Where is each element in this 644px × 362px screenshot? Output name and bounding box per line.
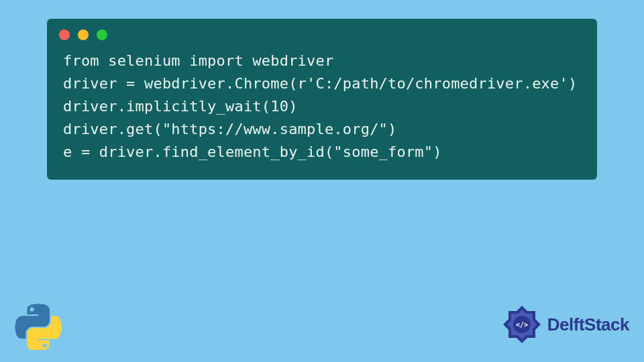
code-block: from selenium import webdriverdriver = w… [47,47,597,168]
code-line: driver = webdriver.Chrome(r'C:/path/to/c… [63,72,581,95]
minimize-icon [78,29,89,40]
code-line: e = driver.find_element_by_id("some_form… [63,141,581,164]
svg-text:</>: </> [516,321,528,328]
delftstack-badge-icon: </> [500,303,543,346]
code-line: driver.implicitly_wait(10) [63,95,581,118]
delftstack-brand-text: DelftStack [547,314,629,335]
window-controls [47,19,597,47]
close-icon [59,29,70,40]
code-line: driver.get("https://www.sample.org/") [63,118,581,141]
python-logo-icon [15,303,62,350]
delftstack-logo: </> DelftStack [500,303,629,346]
maximize-icon [97,29,107,40]
code-line: from selenium import webdriver [63,50,581,72]
code-window: from selenium import webdriverdriver = w… [47,19,597,180]
